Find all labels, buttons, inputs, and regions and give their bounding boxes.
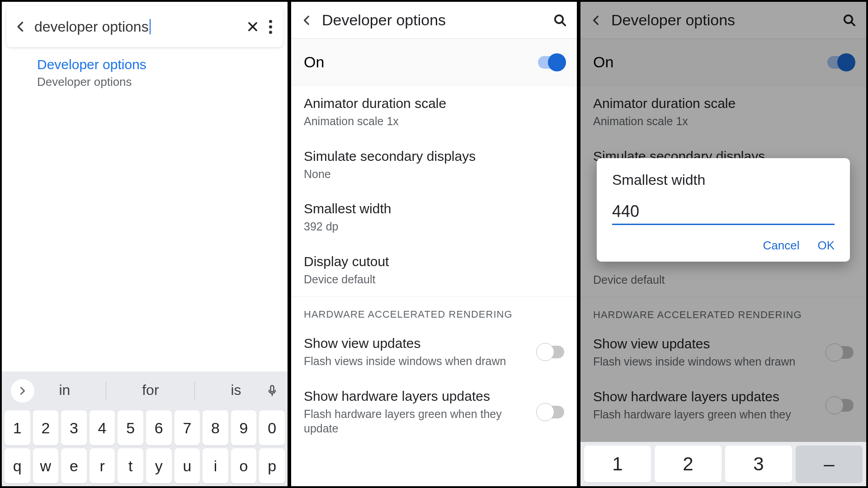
key-7[interactable]: 7 [175,410,200,446]
suggestion-word[interactable]: is [217,382,255,400]
settings-item-title: Display cutout [304,254,564,269]
key-4[interactable]: 4 [90,410,115,446]
key-8[interactable]: 8 [203,410,228,446]
settings-item-subtitle: Flash hardware layers green when they up… [304,407,531,436]
key-u[interactable]: u [175,448,200,483]
settings-item-title: Show view updates [304,336,531,351]
toggle-off-icon[interactable] [538,346,564,358]
settings-item-title: Animator duration scale [304,96,564,111]
numkey-–[interactable]: – [796,446,863,483]
key-w[interactable]: w [33,448,59,483]
smallest-width-input[interactable] [612,200,835,225]
key-1[interactable]: 1 [5,410,30,446]
key-r[interactable]: r [90,448,115,483]
text-cursor [150,19,151,34]
settings-item[interactable]: Smallest width392 dp [291,191,577,244]
search-result[interactable]: Developer options Developer options [2,47,288,89]
back-icon[interactable] [14,20,27,33]
page-title: Developer options [322,11,553,29]
key-6[interactable]: 6 [146,410,172,446]
settings-item[interactable]: Show hardware layers updatesFlash hardwa… [291,379,577,446]
settings-item-subtitle: Animation scale 1x [304,114,564,129]
cancel-button[interactable]: Cancel [763,239,799,253]
suggestion-word[interactable]: for [128,382,172,400]
suggestion-word[interactable]: in [45,382,84,400]
settings-item-title: Show hardware layers updates [304,389,531,404]
settings-item-title: Simulate secondary displays [304,149,564,164]
panel-search: developer options Developer options Deve… [0,0,289,488]
numkey-1[interactable]: 1 [584,446,651,483]
key-y[interactable]: y [146,448,172,483]
search-icon[interactable] [553,14,567,27]
back-icon[interactable] [301,14,313,26]
search-result-title: Developer options [37,57,277,72]
key-e[interactable]: e [61,448,87,483]
settings-item[interactable]: Display cutoutDevice default [291,244,577,297]
key-p[interactable]: p [259,448,285,483]
smallest-width-dialog: Smallest width Cancel OK [597,158,850,262]
toggle-on-icon[interactable] [538,56,564,69]
settings-item-subtitle: Flash views inside windows when drawn [304,354,531,369]
key-9[interactable]: 9 [231,410,257,446]
numkey-2[interactable]: 2 [655,446,722,483]
overflow-menu-icon[interactable] [269,20,272,34]
key-5[interactable]: 5 [118,410,143,446]
settings-item-subtitle: 392 dp [304,219,564,234]
settings-item-subtitle: None [304,167,564,182]
toggle-off-icon[interactable] [538,406,564,418]
mic-icon[interactable] [266,382,278,399]
settings-item[interactable]: Animator duration scaleAnimation scale 1… [291,86,577,139]
search-result-subtitle: Developer options [37,75,277,89]
master-toggle-row[interactable]: On [291,39,577,86]
key-0[interactable]: 0 [259,410,285,446]
app-bar: Developer options [291,2,577,39]
settings-item[interactable]: Simulate secondary displaysNone [291,139,577,192]
panel-developer-options-dialog: Developer options On Animator duration s… [579,0,868,488]
panel-developer-options: Developer options On Animator duration s… [289,0,579,488]
key-i[interactable]: i [203,448,228,483]
settings-item-title: Smallest width [304,201,564,216]
ok-button[interactable]: OK [817,239,835,253]
keyboard-expand-icon[interactable] [11,379,34,403]
key-3[interactable]: 3 [61,410,87,446]
clear-icon[interactable] [246,20,259,33]
key-q[interactable]: q [5,448,30,483]
search-input-text[interactable]: developer options [34,19,149,35]
key-t[interactable]: t [118,448,143,483]
numkey-3[interactable]: 3 [725,446,792,483]
on-label: On [304,53,324,71]
key-2[interactable]: 2 [33,410,59,446]
settings-item-subtitle: Device default [304,272,564,287]
dialog-title: Smallest width [612,172,835,188]
search-bar: developer options [6,6,283,47]
keyboard: in for is 1234567890 qwertyuiop [2,371,288,486]
settings-item[interactable]: Show view updatesFlash views inside wind… [291,326,577,379]
section-header: HARDWARE ACCELERATED RENDERING [291,296,577,326]
key-o[interactable]: o [231,448,257,483]
numeric-keyboard: 123– [580,442,866,486]
